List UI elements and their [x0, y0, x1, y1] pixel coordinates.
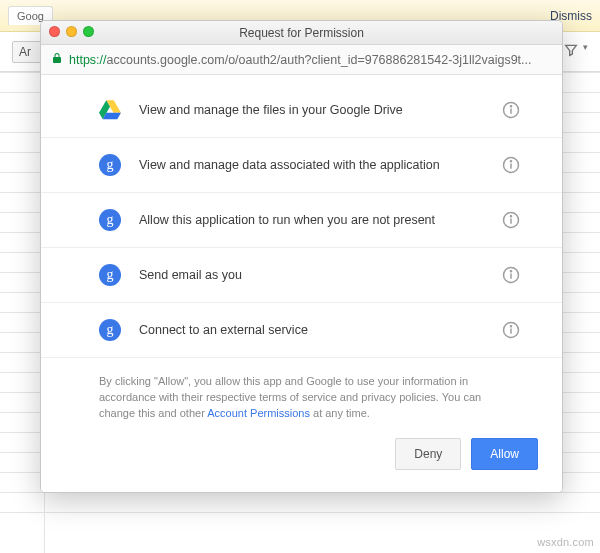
minimize-icon[interactable]: [66, 26, 77, 37]
filter-icon[interactable]: ▾: [563, 42, 588, 62]
svg-point-11: [510, 271, 511, 272]
google-icon: g: [99, 209, 121, 231]
google-icon: g: [99, 154, 121, 176]
window-controls: [49, 26, 94, 37]
deny-button[interactable]: Deny: [395, 438, 461, 470]
dialog-content: View and manage the files in your Google…: [41, 75, 562, 492]
permission-row: g View and manage data associated with t…: [41, 138, 562, 193]
info-icon[interactable]: [502, 321, 520, 339]
info-icon[interactable]: [502, 101, 520, 119]
account-permissions-link[interactable]: Account Permissions: [207, 407, 310, 419]
svg-point-5: [510, 161, 511, 162]
allow-button[interactable]: Allow: [471, 438, 538, 470]
permission-text: Allow this application to run when you a…: [139, 213, 484, 227]
permission-row: View and manage the files in your Google…: [41, 83, 562, 138]
close-icon[interactable]: [49, 26, 60, 37]
permission-text: View and manage the files in your Google…: [139, 103, 484, 117]
lock-icon: [51, 51, 63, 69]
permission-row: g Connect to an external service: [41, 303, 562, 358]
svg-point-14: [510, 326, 511, 327]
permission-row: g Send email as you: [41, 248, 562, 303]
google-icon: g: [99, 264, 121, 286]
info-icon[interactable]: [502, 156, 520, 174]
permission-text: Connect to an external service: [139, 323, 484, 337]
window-title: Request for Permission: [239, 26, 364, 40]
info-icon[interactable]: [502, 211, 520, 229]
window-titlebar: Request for Permission: [41, 21, 562, 45]
info-icon[interactable]: [502, 266, 520, 284]
disclosure-text: By clicking "Allow", you allow this app …: [41, 358, 562, 422]
watermark: wsxdn.com: [537, 536, 594, 548]
disclosure-post: at any time.: [310, 407, 370, 419]
dialog-buttons: Deny Allow: [41, 422, 562, 478]
url-text: https://accounts.google.com/o/oauth2/aut…: [69, 53, 552, 67]
google-icon: g: [99, 319, 121, 341]
svg-point-2: [510, 106, 511, 107]
permission-dialog: Request for Permission https://accounts.…: [40, 20, 563, 493]
drive-icon: [99, 99, 121, 121]
url-bar: https://accounts.google.com/o/oauth2/aut…: [41, 45, 562, 75]
url-scheme: https://: [69, 53, 107, 67]
permission-row: g Allow this application to run when you…: [41, 193, 562, 248]
zoom-icon[interactable]: [83, 26, 94, 37]
permission-text: Send email as you: [139, 268, 484, 282]
svg-point-8: [510, 216, 511, 217]
permission-text: View and manage data associated with the…: [139, 158, 484, 172]
font-select-value: Ar: [19, 45, 31, 59]
url-path: accounts.google.com/o/oauth2/auth?client…: [107, 53, 532, 67]
